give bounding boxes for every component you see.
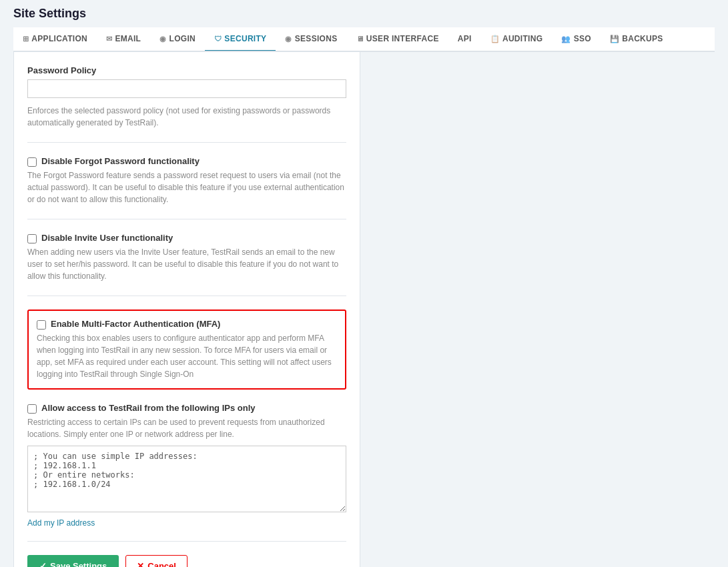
save-label: Save Settings (50, 561, 107, 567)
content-area: Password Policy Enforces the selected pa… (13, 52, 360, 567)
tab-security[interactable]: 🛡 SECURITY (205, 27, 276, 52)
ip-restriction-label[interactable]: Allow access to TestRail from the follow… (41, 403, 255, 413)
disable-invite-user-checkbox[interactable] (27, 234, 37, 243)
tab-sessions[interactable]: ◉ SESSIONS (276, 27, 346, 52)
disable-invite-user-section: Disable Invite User functionality When a… (27, 233, 346, 296)
tab-application[interactable]: ⊞ APPLICATION (13, 27, 97, 52)
ip-restriction-section: Allow access to TestRail from the follow… (27, 403, 346, 542)
sso-icon: 👥 (561, 35, 571, 43)
cancel-label: Cancel (147, 561, 176, 567)
disable-forgot-password-section: Disable Forgot Password functionality Th… (27, 156, 346, 219)
ip-restriction-checkbox[interactable] (27, 404, 37, 414)
save-button[interactable]: ✓ Save Settings (27, 555, 119, 567)
password-policy-section: Password Policy Enforces the selected pa… (27, 65, 346, 143)
disable-invite-user-label[interactable]: Disable Invite User functionality (41, 233, 173, 243)
disable-invite-user-desc: When adding new users via the Invite Use… (27, 246, 346, 282)
tab-user-interface[interactable]: 🖥 USER INTERFACE (347, 27, 448, 52)
application-icon: ⊞ (23, 35, 29, 43)
save-icon: ✓ (39, 561, 47, 567)
disable-forgot-password-label[interactable]: Disable Forgot Password functionality (41, 156, 200, 166)
password-policy-input[interactable] (27, 79, 346, 98)
tab-auditing[interactable]: 📋 AUDITING (481, 27, 553, 52)
add-ip-link[interactable]: Add my IP address (27, 518, 95, 528)
auditing-icon: 📋 (490, 35, 500, 43)
cancel-icon: ✕ (137, 561, 144, 567)
cancel-button[interactable]: ✕ Cancel (125, 555, 188, 567)
mfa-checkbox[interactable] (37, 320, 46, 330)
security-icon: 🛡 (214, 35, 222, 43)
mfa-section: Enable Multi-Factor Authentication (MFA)… (27, 310, 346, 390)
tabs-bar: ⊞ APPLICATION ✉ EMAIL ◉ LOGIN 🛡 SECURITY… (13, 27, 715, 52)
disable-forgot-password-checkbox[interactable] (27, 157, 37, 167)
tab-email[interactable]: ✉ EMAIL (97, 27, 150, 52)
password-policy-label: Password Policy (27, 65, 346, 75)
ip-restriction-desc: Restricting access to certain IPs can be… (27, 416, 346, 440)
disable-forgot-password-desc: The Forgot Password feature sends a pass… (27, 169, 346, 205)
tab-login[interactable]: ◉ LOGIN (150, 27, 205, 52)
ui-icon: 🖥 (356, 35, 364, 43)
mfa-label[interactable]: Enable Multi-Factor Authentication (MFA) (51, 319, 220, 329)
password-policy-desc: Enforces the selected password policy (n… (27, 105, 346, 129)
page-title: Site Settings (13, 7, 715, 21)
footer-buttons: ✓ Save Settings ✕ Cancel (27, 555, 346, 567)
email-icon: ✉ (106, 35, 112, 43)
tab-backups[interactable]: 💾 BACKUPS (601, 27, 673, 52)
login-icon: ◉ (159, 35, 166, 43)
tab-sso[interactable]: 👥 SSO (552, 27, 601, 52)
backups-icon: 💾 (610, 35, 619, 43)
ip-textarea[interactable]: ; You can use simple IP addresses: ; 192… (27, 446, 346, 512)
mfa-desc: Checking this box enables users to confi… (37, 332, 337, 380)
sessions-icon: ◉ (285, 35, 292, 43)
tab-api[interactable]: API (448, 27, 481, 52)
